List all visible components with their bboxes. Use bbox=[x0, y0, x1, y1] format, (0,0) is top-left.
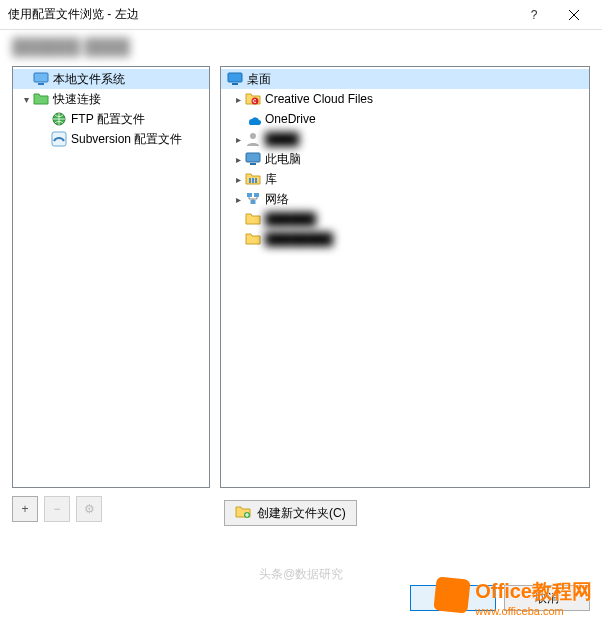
expander-icon[interactable] bbox=[37, 132, 51, 146]
left-tree-item[interactable]: ▾快速连接 bbox=[13, 89, 209, 109]
tree-item-label: Creative Cloud Files bbox=[265, 92, 373, 106]
left-pane[interactable]: 本地文件系统▾快速连接FTP 配置文件Subversion 配置文件 bbox=[12, 66, 210, 488]
svg-rect-3 bbox=[38, 83, 44, 85]
left-tree-item[interactable]: FTP 配置文件 bbox=[13, 109, 209, 129]
remove-button[interactable]: − bbox=[44, 496, 70, 522]
right-tree: 桌面 ▸Creative Cloud FilesOneDrive▸████▸此电… bbox=[221, 67, 589, 251]
expander-icon[interactable]: ▸ bbox=[231, 172, 245, 186]
right-tree-item[interactable]: ▸库 bbox=[221, 169, 589, 189]
new-folder-button[interactable]: 创建新文件夹(C) bbox=[224, 500, 357, 526]
left-tree-item[interactable]: 本地文件系统 bbox=[13, 69, 209, 89]
svg-rect-10 bbox=[246, 153, 260, 162]
svg-rect-13 bbox=[252, 178, 254, 183]
expander-icon[interactable]: ▸ bbox=[231, 152, 245, 166]
monitor-icon bbox=[33, 71, 49, 87]
tree-item-label: 此电脑 bbox=[265, 151, 301, 168]
svn-icon bbox=[51, 131, 67, 147]
right-tree-item[interactable]: ████████ bbox=[221, 229, 589, 249]
right-root-label: 桌面 bbox=[247, 71, 271, 88]
tree-item-label: 网络 bbox=[265, 191, 289, 208]
expander-icon[interactable] bbox=[231, 112, 245, 126]
tree-item-label: Subversion 配置文件 bbox=[71, 131, 182, 148]
folder-icon bbox=[245, 231, 261, 247]
window-title: 使用配置文件浏览 - 左边 bbox=[8, 6, 514, 23]
left-tree-item[interactable]: Subversion 配置文件 bbox=[13, 129, 209, 149]
tree-item-label: ████████ bbox=[265, 232, 333, 246]
main-content: 本地文件系统▾快速连接FTP 配置文件Subversion 配置文件 桌面 ▸C… bbox=[0, 58, 602, 488]
tree-item-label: FTP 配置文件 bbox=[71, 111, 145, 128]
bottom-right-toolbar: 创建新文件夹(C) bbox=[224, 500, 357, 526]
network-icon bbox=[245, 191, 261, 207]
new-folder-icon bbox=[235, 504, 251, 523]
svg-rect-2 bbox=[34, 73, 48, 82]
globe-icon bbox=[51, 111, 67, 127]
svg-rect-16 bbox=[254, 193, 259, 197]
svg-point-9 bbox=[250, 133, 256, 139]
plus-icon: + bbox=[21, 502, 28, 516]
folder-green-icon bbox=[33, 91, 49, 107]
right-tree-item[interactable]: ██████ bbox=[221, 209, 589, 229]
add-button[interactable]: + bbox=[12, 496, 38, 522]
help-button[interactable]: ? bbox=[514, 1, 554, 29]
tree-item-label: ██████ bbox=[265, 212, 316, 226]
library-icon bbox=[245, 171, 261, 187]
minus-icon: − bbox=[53, 502, 60, 516]
tree-item-label: OneDrive bbox=[265, 112, 316, 126]
new-folder-label: 创建新文件夹(C) bbox=[257, 505, 346, 522]
right-pane[interactable]: 桌面 ▸Creative Cloud FilesOneDrive▸████▸此电… bbox=[220, 66, 590, 488]
gear-icon: ⚙ bbox=[84, 502, 95, 516]
desktop-icon bbox=[227, 71, 243, 87]
expander-icon[interactable]: ▸ bbox=[231, 192, 245, 206]
svg-rect-11 bbox=[250, 163, 256, 165]
svg-rect-7 bbox=[232, 83, 238, 85]
right-tree-item[interactable]: ▸网络 bbox=[221, 189, 589, 209]
expander-icon[interactable]: ▸ bbox=[231, 92, 245, 106]
tree-item-label: 本地文件系统 bbox=[53, 71, 125, 88]
tree-item-label: 库 bbox=[265, 171, 277, 188]
svg-rect-15 bbox=[247, 193, 252, 197]
dialog-footer: 确定 取消 bbox=[410, 585, 590, 611]
left-tree: 本地文件系统▾快速连接FTP 配置文件Subversion 配置文件 bbox=[13, 67, 209, 151]
close-icon bbox=[569, 10, 579, 20]
cancel-label: 取消 bbox=[535, 590, 559, 607]
onedrive-icon bbox=[245, 111, 261, 127]
expander-icon[interactable] bbox=[37, 112, 51, 126]
expander-icon[interactable]: ▾ bbox=[19, 92, 33, 106]
expander-icon[interactable] bbox=[19, 72, 33, 86]
cancel-button[interactable]: 取消 bbox=[504, 585, 590, 611]
expander-icon[interactable] bbox=[231, 212, 245, 226]
folder-icon bbox=[245, 211, 261, 227]
close-button[interactable] bbox=[554, 1, 594, 29]
user-icon bbox=[245, 131, 261, 147]
right-tree-item[interactable]: ▸Creative Cloud Files bbox=[221, 89, 589, 109]
ok-button[interactable]: 确定 bbox=[410, 585, 496, 611]
right-tree-item[interactable]: ▸此电脑 bbox=[221, 149, 589, 169]
right-root-row[interactable]: 桌面 bbox=[221, 69, 589, 89]
breadcrumb: ██████ ████ bbox=[0, 30, 602, 58]
right-tree-item[interactable]: ▸████ bbox=[221, 129, 589, 149]
credit-text: 头条@数据研究 bbox=[259, 566, 343, 583]
cc-folder-icon bbox=[245, 91, 261, 107]
svg-rect-14 bbox=[255, 178, 257, 183]
titlebar: 使用配置文件浏览 - 左边 ? bbox=[0, 0, 602, 30]
breadcrumb-text: ██████ ████ bbox=[12, 38, 130, 56]
pc-icon bbox=[245, 151, 261, 167]
svg-rect-6 bbox=[228, 73, 242, 82]
expander-icon[interactable]: ▸ bbox=[231, 132, 245, 146]
help-icon: ? bbox=[531, 8, 538, 22]
settings-button[interactable]: ⚙ bbox=[76, 496, 102, 522]
expander-icon[interactable] bbox=[231, 232, 245, 246]
tree-item-label: ████ bbox=[265, 132, 299, 146]
svg-rect-12 bbox=[249, 178, 251, 183]
right-tree-item[interactable]: OneDrive bbox=[221, 109, 589, 129]
tree-item-label: 快速连接 bbox=[53, 91, 101, 108]
ok-label: 确定 bbox=[441, 590, 465, 607]
